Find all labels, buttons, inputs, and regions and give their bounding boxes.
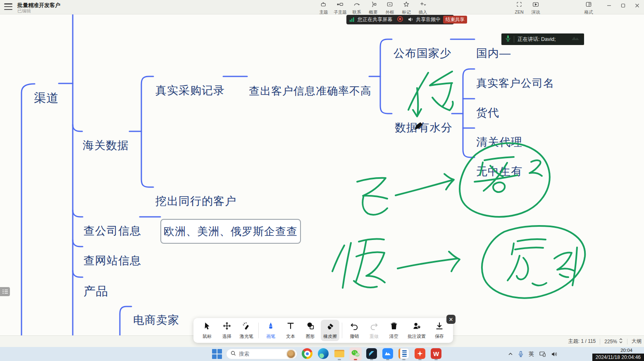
- tray-ime-indicator[interactable]: 英: [529, 350, 534, 358]
- annotation-toolbar: 鼠标 选择 激光笔 画笔 文本 图形 橡皮擦 撤销: [193, 318, 453, 343]
- close-annotation-toolbar-button[interactable]: ✕: [446, 315, 456, 324]
- taskbar-app-wps[interactable]: W: [430, 347, 442, 361]
- mindmap-node-company-info[interactable]: 查公司信息: [83, 226, 141, 237]
- taskbar-app-wechat[interactable]: [349, 347, 362, 361]
- taskbar-search[interactable]: 搜索: [226, 349, 297, 359]
- speaking-banner: 正在讲话: David;: [501, 33, 584, 45]
- tray-mic-icon[interactable]: [518, 351, 523, 357]
- zen-brackets-icon: [515, 1, 523, 10]
- trash-icon: [389, 321, 398, 332]
- mindmap-node-real-purchase-records[interactable]: 真实采购记录: [155, 85, 225, 96]
- taskbar: 搜索 W 英 20:04 2024/11/18 20:04:46: [0, 347, 644, 361]
- dark-tool-icon: [366, 348, 377, 359]
- annotation-settings-button[interactable]: 批注设置: [404, 320, 429, 341]
- taskbar-app-notes[interactable]: [398, 347, 410, 361]
- subtopic-button[interactable]: 子主题: [332, 1, 348, 15]
- play-icon: [532, 1, 540, 10]
- redo-icon: [370, 321, 379, 332]
- taskbar-app-red[interactable]: [414, 347, 426, 361]
- eraser-tool-button[interactable]: 橡皮擦: [321, 320, 340, 341]
- pen-tool-button[interactable]: 画笔: [261, 320, 280, 341]
- move-icon: [222, 321, 231, 332]
- mindmap-node-website-info[interactable]: 查网站信息: [83, 255, 141, 266]
- select-tool-button[interactable]: 选择: [217, 320, 236, 341]
- chrome-icon: [302, 348, 312, 359]
- zoom-stepper-icon[interactable]: [619, 338, 623, 345]
- start-button[interactable]: [212, 349, 222, 359]
- cursor-icon: [203, 321, 212, 332]
- voov-meeting-icon: [382, 348, 393, 359]
- topic-icon: [320, 1, 328, 10]
- taskbar-app-dark-tool[interactable]: [365, 347, 378, 361]
- mindmap-node-made-up[interactable]: 无中生有: [476, 166, 522, 177]
- taskbar-app-chrome[interactable]: [301, 347, 313, 361]
- close-button[interactable]: [630, 0, 644, 11]
- share-status-text: 您正在共享屏幕: [358, 16, 392, 23]
- insert-button[interactable]: 插入: [415, 1, 431, 15]
- mindmap-node-product[interactable]: 产品: [83, 285, 108, 297]
- mic-icon: [506, 35, 510, 43]
- right-toolbar: ZEN 演说: [511, 1, 544, 15]
- mindmap-node-real-company-name[interactable]: 真实客户公司名: [476, 78, 554, 88]
- taskbar-app-edge[interactable]: [317, 347, 329, 361]
- taskbar-app-file-explorer[interactable]: [333, 347, 346, 361]
- mindmap-node-data-watered[interactable]: 数据有水分: [395, 122, 453, 133]
- mouse-tool-button[interactable]: 鼠标: [198, 320, 217, 341]
- outline-tab-button[interactable]: [0, 287, 10, 296]
- tray-display-icon[interactable]: [539, 352, 546, 357]
- clear-all-button[interactable]: 清空: [384, 320, 403, 341]
- topic-button[interactable]: 主题: [315, 1, 332, 15]
- wechat-icon: [350, 348, 361, 359]
- redo-button[interactable]: 重做: [365, 320, 384, 341]
- download-icon: [435, 321, 444, 332]
- summary-button[interactable]: 概要: [365, 1, 382, 15]
- undo-button[interactable]: 撤销: [345, 320, 364, 341]
- zoom-control[interactable]: 225%: [604, 338, 623, 345]
- mindmap-node-low-accuracy[interactable]: 查出客户信息准确率不高: [249, 86, 372, 96]
- outline-toggle[interactable]: 大纲: [632, 338, 642, 345]
- wps-icon: W: [431, 348, 441, 359]
- format-button[interactable]: 格式: [580, 1, 597, 15]
- screen: 批量精准开发客户 已编辑 主题 子主题 联系 概要 外框: [0, 0, 644, 361]
- undo-icon: [350, 321, 359, 332]
- signal-bars-icon: [350, 16, 355, 24]
- mindmap-node-peer-customers[interactable]: 挖出同行的客户: [155, 196, 236, 207]
- edge-icon: [318, 348, 329, 359]
- shape-tool-button[interactable]: 图形: [301, 320, 320, 341]
- red-app-icon: [415, 348, 425, 359]
- tray-chevron-icon[interactable]: [508, 352, 513, 356]
- record-icon[interactable]: [397, 16, 403, 24]
- laser-tool-button[interactable]: 激光笔: [237, 320, 256, 341]
- pitch-mode-button[interactable]: 演说: [527, 1, 544, 15]
- save-annotation-button[interactable]: 保存: [430, 320, 449, 341]
- zen-mode-button[interactable]: ZEN: [511, 1, 527, 15]
- marker-button[interactable]: 标记: [398, 1, 415, 15]
- search-highlight-image[interactable]: [286, 349, 296, 359]
- text-tool-button[interactable]: 文本: [281, 320, 300, 341]
- search-placeholder: 搜索: [239, 351, 284, 358]
- mindmap-node-freight-forwarder[interactable]: 货代: [476, 107, 499, 119]
- menu-icon[interactable]: [4, 3, 12, 10]
- relationship-button[interactable]: 联系: [348, 1, 365, 15]
- mindmap-node-qichacha[interactable]: 欧洲、美洲、俄罗斯企查查: [160, 219, 301, 244]
- app-titlebar: 批量精准开发客户 已编辑 主题 子主题 联系 概要 外框: [0, 0, 644, 14]
- boundary-button[interactable]: 外框: [382, 1, 398, 15]
- mindmap-canvas[interactable]: 渠道 海关数据 真实采购记录 查出客户信息准确率不高 公布国家少 国内— 数据有…: [0, 14, 644, 335]
- stop-share-button[interactable]: 结束共享: [443, 16, 467, 24]
- pen-icon: [266, 321, 275, 332]
- boundary-icon: [386, 1, 394, 10]
- mindmap-node-channel[interactable]: 渠道: [34, 92, 59, 104]
- taskbar-app-voov-meeting[interactable]: [382, 347, 394, 361]
- meeting-logo-icon: [571, 35, 580, 43]
- mindmap-node-domestic[interactable]: 国内—: [476, 48, 511, 59]
- minimize-button[interactable]: [602, 0, 616, 11]
- notes-icon: [398, 348, 409, 359]
- maximize-button[interactable]: [616, 0, 630, 11]
- mindmap-node-ecommerce-seller[interactable]: 电商卖家: [133, 315, 179, 326]
- mindmap-node-customs-broker[interactable]: 清关代理: [476, 137, 522, 148]
- mindmap-node-few-countries[interactable]: 公布国家少: [394, 48, 451, 59]
- laser-pointer-icon: [242, 321, 251, 332]
- mindmap-node-customs-data[interactable]: 海关数据: [83, 140, 129, 151]
- tray-speaker-icon[interactable]: [551, 352, 557, 357]
- taskbar-clock[interactable]: 20:04: [620, 348, 632, 353]
